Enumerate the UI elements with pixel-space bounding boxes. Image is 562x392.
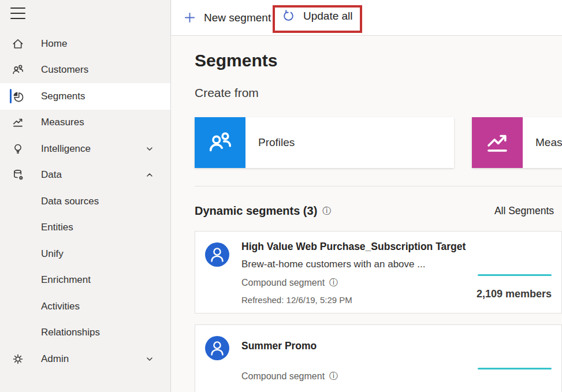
info-icon[interactable]: ⓘ — [329, 371, 338, 382]
member-count: 2,109 members — [477, 288, 552, 300]
measures-tile-label: Measures — [523, 117, 562, 168]
create-from-tiles: Profiles Measures — [195, 117, 562, 168]
people-icon — [207, 129, 233, 156]
sidebar-item-entities[interactable]: Entities — [0, 215, 170, 241]
gear-icon — [12, 353, 24, 365]
sidebar-nav: Home Customers Segments — [0, 31, 170, 372]
selected-indicator — [10, 89, 12, 103]
info-icon[interactable]: ⓘ — [322, 206, 331, 216]
chevron-down-icon — [145, 144, 154, 154]
update-all-button[interactable]: Update all — [282, 9, 353, 23]
sparkline — [478, 368, 552, 369]
sidebar-item-label: Home — [41, 38, 67, 50]
segment-refreshed — [241, 389, 551, 392]
info-icon[interactable]: ⓘ — [329, 277, 338, 288]
sidebar-item-data-sources[interactable]: Data sources — [0, 188, 170, 215]
sidebar-item-segments[interactable]: Segments — [0, 83, 170, 110]
segment-card[interactable]: High Value Web Purchase_Subscription Tar… — [195, 231, 562, 313]
sidebar-item-home[interactable]: Home — [0, 31, 170, 57]
sidebar-item-label: Data — [41, 169, 62, 181]
sidebar-item-label: Customers — [41, 64, 88, 76]
sidebar-item-customers[interactable]: Customers — [0, 57, 170, 84]
new-segment-button[interactable]: New segment — [184, 12, 271, 24]
pie-chart-icon — [12, 90, 24, 103]
sidebar: Home Customers Segments — [0, 0, 171, 392]
plus-icon — [184, 12, 196, 24]
sidebar-item-label: Intelligence — [41, 143, 91, 155]
segment-title: High Value Web Purchase_Subscription Tar… — [241, 241, 551, 253]
section-divider — [195, 186, 562, 186]
create-from-heading: Create from — [195, 86, 562, 100]
line-chart-icon — [12, 116, 24, 129]
segment-description: Brew-at-home customers with an above ... — [241, 259, 551, 270]
sidebar-item-label: Activities — [41, 301, 80, 312]
line-chart-icon — [484, 129, 511, 156]
people-icon — [12, 64, 24, 76]
sparkline — [478, 274, 552, 276]
segment-title: Summer Promo — [241, 334, 551, 352]
sidebar-item-relationships[interactable]: Relationships — [0, 320, 170, 346]
profiles-tile-icon-box — [195, 117, 245, 168]
sidebar-item-label: Segments — [41, 91, 85, 102]
dynamic-segments-title: Dynamic segments (3) — [195, 204, 317, 218]
sidebar-item-label: Unify — [41, 248, 64, 260]
sidebar-item-enrichment[interactable]: Enrichment — [0, 267, 170, 294]
page-title: Segments — [195, 51, 562, 70]
sidebar-item-label: Measures — [41, 117, 84, 128]
sidebar-item-label: Admin — [41, 353, 69, 365]
profiles-tile-label: Profiles — [245, 117, 295, 168]
sidebar-item-label: Data sources — [41, 196, 99, 207]
sidebar-item-measures[interactable]: Measures — [0, 110, 170, 136]
home-icon — [12, 38, 24, 50]
segment-type: Compound segment — [241, 371, 325, 382]
command-bar: New segment Update all — [172, 0, 562, 36]
sidebar-item-admin[interactable]: Admin — [0, 346, 170, 372]
new-segment-label: New segment — [204, 12, 271, 24]
segment-list-header: Dynamic segments (3) ⓘ All Segments — [195, 204, 562, 218]
avatar — [205, 336, 229, 360]
sidebar-item-activities[interactable]: Activities — [0, 293, 170, 320]
all-segments-filter[interactable]: All Segments — [494, 205, 554, 217]
sidebar-item-label: Entities — [41, 222, 73, 233]
chevron-down-icon — [145, 354, 154, 364]
app-window: Home Customers Segments — [0, 0, 562, 392]
update-all-label: Update all — [303, 10, 353, 23]
sidebar-item-data[interactable]: Data — [0, 162, 170, 189]
database-gear-icon — [12, 169, 24, 181]
measures-tile[interactable]: Measures — [472, 117, 562, 168]
sidebar-item-label: Enrichment — [41, 274, 91, 286]
profiles-tile[interactable]: Profiles — [195, 117, 454, 168]
hamburger-menu-icon[interactable] — [10, 6, 25, 20]
sidebar-item-unify[interactable]: Unify — [0, 241, 170, 267]
chevron-up-icon — [145, 170, 154, 180]
measures-tile-icon-box — [472, 117, 523, 168]
main-content: Segments Create from Profiles — [172, 36, 562, 392]
person-icon — [205, 242, 229, 267]
refresh-icon — [282, 9, 295, 23]
avatar — [205, 242, 229, 267]
segment-cards: High Value Web Purchase_Subscription Tar… — [195, 231, 562, 392]
sidebar-item-label: Relationships — [41, 327, 100, 338]
lightbulb-icon — [12, 143, 24, 155]
sidebar-item-intelligence[interactable]: Intelligence — [0, 136, 170, 162]
segment-type: Compound segment — [241, 278, 325, 288]
segment-card[interactable]: Summer Promo Compound segment ⓘ — [195, 324, 562, 392]
person-icon — [205, 336, 229, 360]
